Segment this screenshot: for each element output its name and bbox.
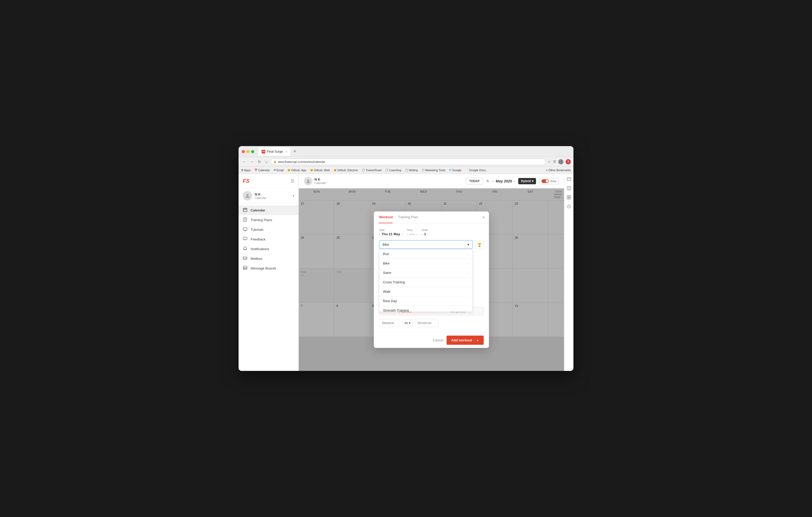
trophy-icon: 🏆 [477, 243, 482, 247]
profile-icon[interactable] [558, 159, 563, 164]
minimize-button[interactable] [246, 150, 250, 153]
address-bar[interactable]: 🔒 beta.finalsurge.com/workoutcalendar [270, 159, 546, 165]
svg-rect-7 [243, 257, 247, 260]
url-text: beta.finalsurge.com/workoutcalendar [278, 160, 325, 163]
date-next-button[interactable]: › [402, 233, 403, 236]
sidebar-item-feedback[interactable]: Feedback [239, 235, 298, 244]
modal-close-button[interactable]: × [483, 215, 485, 220]
bookmark-calendar[interactable]: 📅 Calendar [254, 169, 270, 172]
dropdown-run-label: Run [383, 252, 389, 256]
sidebar-item-message-boards[interactable]: Message Boards [239, 264, 298, 273]
sport-selected-value: Bike [382, 243, 389, 246]
panel-icon-2[interactable] [567, 186, 571, 191]
time-duration-input[interactable] [415, 319, 438, 327]
bookmark-google[interactable]: G Google [449, 168, 462, 172]
next-month-button[interactable]: › [514, 179, 515, 183]
forward-button[interactable]: → [249, 159, 255, 164]
sport-selector-row: Bike ▾ Run › [379, 240, 484, 249]
dropdown-bike-chevron: › [468, 262, 469, 265]
panel-icon-4[interactable] [567, 204, 571, 209]
home-button[interactable]: ⌂ [264, 159, 268, 164]
sport-select[interactable]: Bike ▾ [379, 240, 473, 249]
distance-input[interactable] [379, 319, 400, 327]
order-nav: ‹ 1 › [422, 232, 429, 236]
date-prev-button[interactable]: ‹ [379, 233, 380, 236]
unit-select[interactable]: mi ▾ [402, 319, 413, 327]
more-bookmarks[interactable]: » Other Bookmarks [546, 169, 571, 172]
sidebar-item-training-plans[interactable]: Training Plans [239, 215, 298, 225]
bookmark-github-app[interactable]: 🐱 Github: App [287, 169, 306, 172]
bookmark-coaching[interactable]: 📋 Coaching [385, 169, 401, 172]
user-section[interactable]: N K Calendar ▾ [239, 188, 298, 203]
dropdown-item-cross-training[interactable]: Cross Training [379, 278, 472, 287]
sidebar-item-calendar[interactable]: Calendar [239, 206, 298, 215]
tab-close-icon[interactable]: × [285, 150, 287, 153]
today-button[interactable]: TODAY [466, 178, 483, 185]
dropdown-run-chevron: › [468, 252, 469, 255]
time-next-button[interactable]: › [416, 233, 417, 236]
hamburger-icon[interactable]: ☰ [291, 179, 294, 183]
reading-mode-icon[interactable]: ☰ [553, 160, 556, 163]
tab-workout[interactable]: Workout [379, 211, 393, 223]
bookmark-star-icon[interactable]: ☆ [548, 160, 551, 163]
order-label: Order [422, 229, 429, 232]
cancel-button[interactable]: Cancel [433, 338, 443, 342]
bookmark-github-web[interactable]: 🐱 Github: Web [310, 169, 330, 172]
svg-rect-16 [569, 197, 571, 199]
close-button[interactable] [242, 150, 245, 153]
bookmark-trainerroad-label: TrainerRoad [366, 169, 382, 172]
order-next-button[interactable]: › [428, 233, 429, 236]
user-chevron-icon[interactable]: ▾ [293, 194, 294, 197]
bookmark-github-electron[interactable]: 🐱 Github: Electron [334, 169, 358, 172]
app-header: N K Calendar TODAY ↻ ‹ May 2020 › Hybrid… [299, 174, 564, 188]
dropdown-bike-label: Bike [383, 262, 389, 265]
back-button[interactable]: ← [241, 159, 247, 164]
svg-rect-5 [243, 227, 247, 230]
dropdown-item-rest-day[interactable]: Rest Day [379, 296, 472, 306]
trophy-button[interactable]: 🏆 [475, 240, 484, 249]
browser-tab[interactable]: FS Final Surge × [258, 147, 290, 156]
bookmark-marketing-tools-label: Marketing Tools [425, 169, 445, 172]
sidebar-item-tutorials[interactable]: Tutorials [239, 225, 298, 235]
svg-rect-8 [243, 266, 247, 268]
prev-month-button[interactable]: ‹ [493, 179, 494, 183]
bookmark-marketing-tools[interactable]: 📋 Marketing Tools [422, 169, 445, 172]
reload-button[interactable]: ↻ [257, 159, 262, 164]
extension-icon[interactable]: S [566, 159, 571, 164]
dropdown-strength-training-label: Strength Training [383, 308, 409, 312]
dropdown-item-strength-training[interactable]: Strength Training [379, 306, 472, 312]
time-value: --:-- [409, 232, 415, 236]
sidebar-item-mailbox[interactable]: Mailbox [239, 254, 298, 264]
svg-point-0 [246, 194, 249, 196]
bookmark-apps[interactable]: ⊞ Apps [241, 169, 251, 172]
lock-icon: 🔒 [273, 160, 277, 163]
panel-icon-3[interactable] [567, 195, 571, 200]
add-workout-button[interactable]: Add workout ▲ [446, 336, 484, 345]
bookmark-email[interactable]: ✉ Email [273, 169, 284, 172]
panel-icon-1[interactable] [567, 177, 571, 182]
traffic-lights [242, 150, 254, 153]
nav-bar: ← → ↻ ⌂ 🔒 beta.finalsurge.com/workoutcal… [239, 157, 573, 166]
beta-toggle[interactable] [542, 179, 549, 183]
time-prev-button[interactable]: ‹ [407, 233, 408, 236]
sidebar-item-notifications[interactable]: Notifications [239, 244, 298, 254]
dropdown-item-bike[interactable]: Bike › [379, 259, 472, 268]
dropdown-item-run[interactable]: Run › [379, 249, 472, 259]
bookmark-writing[interactable]: 📋 Writing [405, 169, 418, 172]
maximize-button[interactable] [251, 150, 254, 153]
sidebar-item-feedback-label: Feedback [251, 237, 265, 241]
new-tab-button[interactable]: + [293, 149, 296, 154]
dropdown-item-swim[interactable]: Swim › [379, 268, 472, 278]
tab-training-plan[interactable]: Training Plan [398, 211, 418, 223]
bookmark-trainerroad[interactable]: 📋 TrainerRoad [362, 169, 382, 172]
unit-value: mi [404, 321, 408, 325]
view-toggle[interactable]: Hybrid ▾ [518, 178, 536, 184]
bookmark-google-docs[interactable]: 📄 Google Docs [465, 169, 486, 172]
order-prev-button[interactable]: ‹ [422, 233, 423, 236]
dropdown-item-walk[interactable]: Walk [379, 287, 472, 296]
github-electron-icon: 🐱 [334, 169, 337, 172]
apps-icon: ⊞ [241, 169, 243, 172]
refresh-icon[interactable]: ↻ [486, 179, 489, 183]
modal-overlay[interactable]: Workout Training Plan × Date [299, 188, 564, 371]
user-name: N K [255, 192, 267, 196]
